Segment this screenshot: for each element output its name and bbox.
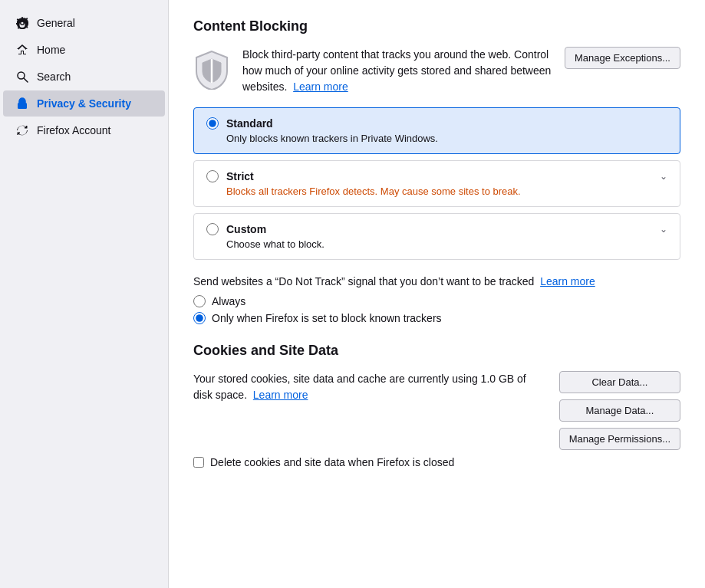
gear-icon: [15, 16, 29, 30]
standard-radio[interactable]: [206, 117, 219, 130]
manage-permissions-button[interactable]: Manage Permissions...: [559, 428, 680, 450]
custom-radio[interactable]: [206, 223, 219, 235]
standard-label: Standard: [226, 117, 273, 130]
delete-cookies-row[interactable]: Delete cookies and site data when Firefo…: [193, 456, 680, 468]
sidebar-item-privacy-label: Privacy & Security: [37, 97, 131, 110]
custom-option-card[interactable]: Custom ⌄ Choose what to block.: [193, 213, 680, 260]
strict-label: Strict: [226, 170, 254, 182]
search-icon: [15, 70, 29, 84]
custom-left: Custom: [206, 223, 266, 235]
content-blocking-title: Content Blocking: [193, 18, 680, 34]
content-blocking-header: Block third-party content that tracks yo…: [193, 47, 680, 95]
strict-description: Blocks all trackers Firefox detects. May…: [226, 186, 667, 197]
content-blocking-section: Content Blocking Block third-party conte…: [193, 18, 680, 260]
dnt-label: Send websites a “Do Not Track” signal th…: [193, 275, 680, 287]
svg-line-1: [24, 78, 28, 82]
manage-exceptions-button[interactable]: Manage Exceptions...: [565, 47, 680, 69]
strict-chevron-icon: ⌄: [660, 171, 667, 182]
content-blocking-description: Block third-party content that tracks yo…: [242, 47, 552, 95]
do-not-track-section: Send websites a “Do Not Track” signal th…: [193, 275, 680, 324]
cookies-learn-more[interactable]: Learn more: [253, 389, 308, 401]
standard-left: Standard: [206, 117, 273, 130]
strict-option-card[interactable]: Strict ⌄ Blocks all trackers Firefox det…: [193, 160, 680, 207]
strict-radio[interactable]: [206, 170, 219, 182]
custom-label: Custom: [226, 223, 266, 235]
sync-icon: [15, 123, 29, 137]
svg-point-3: [21, 105, 24, 107]
cookies-title: Cookies and Site Data: [193, 343, 680, 359]
lock-icon: [15, 97, 29, 110]
custom-header: Custom ⌄: [206, 223, 667, 235]
cookies-description: Your stored cookies, site data and cache…: [193, 371, 547, 403]
strict-header: Strict ⌄: [206, 170, 667, 182]
dnt-always-option[interactable]: Always: [193, 295, 680, 307]
delete-cookies-checkbox[interactable]: [193, 457, 204, 468]
dnt-when-blocking-option[interactable]: Only when Firefox is set to block known …: [193, 312, 680, 324]
sidebar-item-search[interactable]: Search: [3, 64, 165, 90]
content-blocking-learn-more[interactable]: Learn more: [293, 80, 348, 93]
content-blocking-info: Block third-party content that tracks yo…: [193, 47, 552, 95]
dnt-learn-more[interactable]: Learn more: [540, 275, 595, 287]
dnt-when-blocking-label: Only when Firefox is set to block known …: [212, 312, 442, 324]
dnt-always-label: Always: [212, 295, 245, 307]
sidebar-item-firefox-account[interactable]: Firefox Account: [3, 117, 165, 143]
cookies-section: Cookies and Site Data Your stored cookie…: [193, 343, 680, 468]
custom-chevron-icon: ⌄: [660, 224, 667, 235]
sidebar-item-firefox-account-label: Firefox Account: [37, 124, 111, 136]
sidebar-item-general-label: General: [37, 17, 75, 29]
sidebar-item-home[interactable]: Home: [3, 37, 165, 63]
manage-data-button[interactable]: Manage Data...: [559, 399, 680, 422]
dnt-always-radio[interactable]: [193, 295, 206, 307]
custom-description: Choose what to block.: [226, 238, 667, 250]
home-icon: [15, 43, 29, 57]
sidebar-item-search-label: Search: [37, 71, 71, 83]
delete-cookies-label: Delete cookies and site data when Firefo…: [210, 456, 454, 468]
sidebar-item-general[interactable]: General: [3, 10, 165, 36]
shield-icon: [193, 50, 230, 92]
clear-data-button[interactable]: Clear Data...: [559, 371, 680, 393]
cookies-description-row: Your stored cookies, site data and cache…: [193, 371, 680, 450]
dnt-when-blocking-radio[interactable]: [193, 312, 206, 324]
sidebar-item-privacy[interactable]: Privacy & Security: [3, 90, 165, 117]
standard-option-card[interactable]: Standard Only blocks known trackers in P…: [193, 107, 680, 154]
standard-header: Standard: [206, 117, 667, 130]
cookies-buttons: Clear Data... Manage Data... Manage Perm…: [559, 371, 680, 450]
main-content: Content Blocking Block third-party conte…: [169, 0, 705, 588]
standard-description: Only blocks known trackers in Private Wi…: [226, 133, 667, 144]
sidebar-item-home-label: Home: [37, 44, 65, 56]
strict-left: Strict: [206, 170, 254, 182]
sidebar: General Home Search Privacy & Security: [0, 0, 169, 588]
